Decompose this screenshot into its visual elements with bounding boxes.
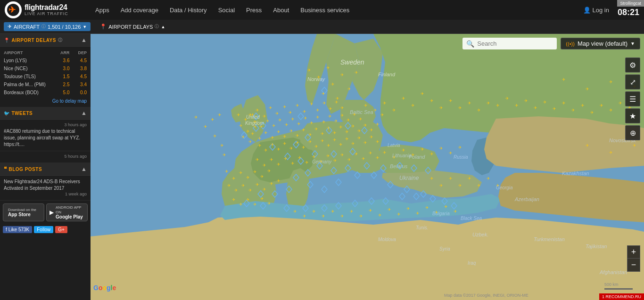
svg-text:✈: ✈ xyxy=(322,214,325,219)
col-arr: ARR xyxy=(56,49,73,56)
svg-text:✈: ✈ xyxy=(314,127,318,131)
table-row[interactable]: Palma de M... (PMI)2.53.4 xyxy=(1,81,90,88)
nav-press[interactable]: Press xyxy=(240,0,267,20)
svg-text:✈: ✈ xyxy=(340,105,344,110)
map-background: ✈✈✈ ✈✈✈ ✈✈✈ ✈✈✈ ✈✈✈ ✈✈✈ ✈✈✈ ✈✈✈ ✈✈✈ ✈✈✈ … xyxy=(91,34,644,300)
svg-text:✈: ✈ xyxy=(327,143,330,148)
tweet-time: 5 hours ago xyxy=(4,154,87,159)
nav-about[interactable]: About xyxy=(267,0,295,20)
login-button[interactable]: 👤 Log in xyxy=(579,7,613,14)
tweet-time: 3 hours ago xyxy=(4,122,87,127)
twitter-follow-button[interactable]: Follow xyxy=(34,226,53,233)
tweets-header[interactable]: 🐦 TWEETS ▲ xyxy=(0,107,91,120)
svg-text:✈: ✈ xyxy=(322,91,325,96)
svg-text:✈: ✈ xyxy=(430,176,434,181)
svg-text:✈: ✈ xyxy=(383,101,387,105)
table-row[interactable]: Nice (NCE)3.03.8 xyxy=(1,65,90,72)
svg-text:✈: ✈ xyxy=(600,103,603,108)
svg-text:✈: ✈ xyxy=(305,160,309,165)
svg-text:✈: ✈ xyxy=(376,139,380,144)
svg-text:✈: ✈ xyxy=(312,154,316,159)
svg-text:✈: ✈ xyxy=(331,82,335,87)
svg-text:✈: ✈ xyxy=(303,214,306,219)
svg-text:✈: ✈ xyxy=(411,103,415,108)
tweets-title: 🐦 TWEETS xyxy=(4,111,33,116)
airport-delays-button[interactable]: 📍 AIRPORT DELAYS ⓘ ▲ xyxy=(96,22,169,31)
map-right-controls: ⚙ ⤢ ☰ ★ ⊕ xyxy=(625,57,640,140)
svg-text:✈: ✈ xyxy=(8,5,16,15)
compass-button[interactable]: ⊕ xyxy=(625,125,640,140)
svg-text:Kingdom: Kingdom xyxy=(245,121,264,126)
settings-button[interactable]: ⚙ xyxy=(625,57,640,73)
tweets-content: 3 hours ago #AC880 returning due to tech… xyxy=(0,120,91,163)
collapse-icon: ▲ xyxy=(81,110,87,116)
svg-text:✈: ✈ xyxy=(383,150,387,155)
svg-text:✈: ✈ xyxy=(298,155,302,160)
svg-text:✈: ✈ xyxy=(246,175,250,180)
svg-text:✈: ✈ xyxy=(416,211,420,216)
nav-coverage[interactable]: Add coverage xyxy=(115,0,164,20)
svg-text:✈: ✈ xyxy=(362,156,365,161)
svg-text:✈: ✈ xyxy=(239,170,243,175)
nav-apps[interactable]: Apps xyxy=(90,0,115,20)
table-row[interactable]: Toulouse (TLS)1.54.5 xyxy=(1,73,90,80)
logo-text: flightradar24 LIVE AIR TRAFFIC xyxy=(25,3,68,16)
google-play-button[interactable]: ▶ ANDROID APP ON Google Play xyxy=(46,203,88,221)
svg-text:Norway: Norway xyxy=(307,76,326,82)
google-plus-button[interactable]: G+ xyxy=(55,226,67,233)
fullscreen-button[interactable]: ⤢ xyxy=(625,74,640,89)
filter-button[interactable]: ☰ xyxy=(625,91,640,106)
svg-text:Belarus: Belarus xyxy=(390,163,408,169)
svg-text:✈: ✈ xyxy=(609,150,613,155)
svg-text:✈: ✈ xyxy=(296,140,299,145)
svg-text:Poland: Poland xyxy=(409,154,425,160)
svg-text:✈: ✈ xyxy=(524,98,528,103)
chevron-down-icon: ▼ xyxy=(630,41,635,46)
svg-text:Tunis.: Tunis. xyxy=(416,225,429,230)
svg-text:✈: ✈ xyxy=(477,183,481,188)
zoom-in-button[interactable]: + xyxy=(627,245,640,259)
svg-text:✈: ✈ xyxy=(277,147,281,152)
nav-social[interactable]: Social xyxy=(213,0,240,20)
svg-text:✈: ✈ xyxy=(619,101,622,105)
svg-text:✈: ✈ xyxy=(263,163,266,168)
svg-text:✈: ✈ xyxy=(266,119,270,123)
nav-business[interactable]: Business services xyxy=(295,0,355,20)
search-input[interactable] xyxy=(477,40,553,47)
nav-data[interactable]: Data / History xyxy=(164,0,213,20)
main-nav: Apps Add coverage Data / History Social … xyxy=(90,0,579,20)
svg-text:✈: ✈ xyxy=(439,183,443,188)
top-navigation: ✈ flightradar24 LIVE AIR TRAFFIC Apps Ad… xyxy=(0,0,644,20)
aircraft-filter-button[interactable]: ✈ AIRCRAFT ⓘ 1,501 / 10,126 ▼ xyxy=(4,22,91,31)
favorites-button[interactable]: ★ xyxy=(625,108,640,123)
svg-text:✈: ✈ xyxy=(241,135,245,139)
logo[interactable]: ✈ flightradar24 LIVE AIR TRAFFIC xyxy=(5,1,80,18)
svg-text:✈: ✈ xyxy=(270,157,273,162)
svg-text:✈: ✈ xyxy=(327,126,330,130)
svg-text:Syria: Syria xyxy=(439,246,450,251)
svg-text:✈: ✈ xyxy=(439,146,443,151)
app-store-button[interactable]: Download on the App Store xyxy=(3,203,44,221)
svg-text:Finland: Finland xyxy=(378,72,396,77)
table-row[interactable]: Bordeaux (BOD)5.00.0 xyxy=(1,89,90,96)
svg-text:✈: ✈ xyxy=(289,129,293,133)
chevron-down-icon: ▼ xyxy=(83,24,87,29)
table-row[interactable]: Lyon (LYS)3.64.5 xyxy=(1,57,90,64)
svg-text:✈: ✈ xyxy=(357,136,361,140)
svg-text:✈: ✈ xyxy=(369,151,372,155)
svg-text:✈: ✈ xyxy=(308,139,312,144)
map-container[interactable]: ✈✈✈ ✈✈✈ ✈✈✈ ✈✈✈ ✈✈✈ ✈✈✈ ✈✈✈ ✈✈✈ ✈✈✈ ✈✈✈ … xyxy=(91,34,644,300)
zoom-out-button[interactable]: − xyxy=(627,259,640,272)
svg-text:✈: ✈ xyxy=(339,125,343,130)
svg-text:✈: ✈ xyxy=(333,158,337,163)
app-store-buttons: Download on the App Store ▶ ANDROID APP … xyxy=(0,201,91,224)
svg-text:✈: ✈ xyxy=(581,103,585,108)
blog-title: ❝ BLOG POSTS xyxy=(4,166,42,172)
blog-header[interactable]: ❝ BLOG POSTS ▲ xyxy=(0,163,91,176)
map-view-button[interactable]: ((•)) Map view (default) ▼ xyxy=(561,38,640,49)
svg-text:✈: ✈ xyxy=(316,115,320,120)
user-icon: 👤 xyxy=(583,7,591,14)
delay-map-link[interactable]: Go to delay map xyxy=(0,97,91,105)
facebook-like-button[interactable]: f Like 573K xyxy=(3,226,32,233)
airport-delays-header[interactable]: 📍 AIRPORT DELAYS ⓘ ▲ xyxy=(0,34,91,47)
